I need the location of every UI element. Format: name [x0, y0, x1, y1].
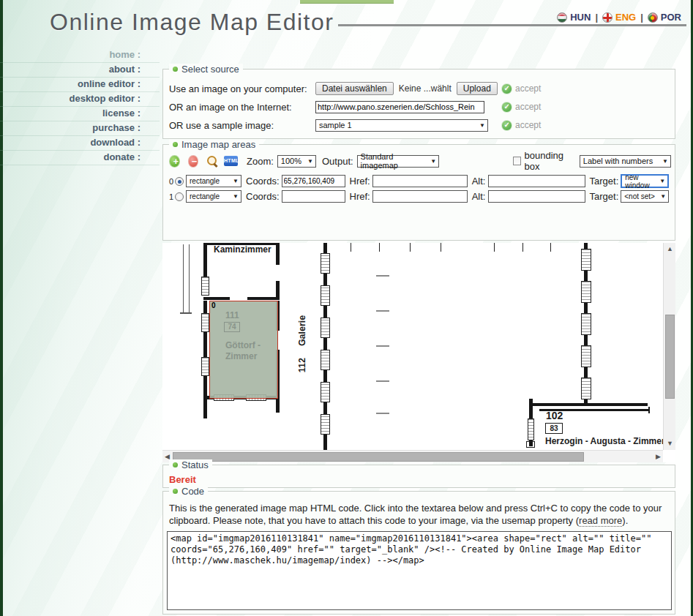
wall-segment — [247, 297, 280, 300]
href-label: Href: — [350, 191, 370, 202]
shape-select[interactable]: rectangle ▼ — [186, 190, 241, 203]
scroll-up-arrow[interactable]: ▲ — [664, 243, 676, 255]
lang-hun[interactable]: HUN — [557, 12, 591, 23]
tick-mark — [441, 243, 441, 252]
source-computer-row: Use an image on your computer: Datei aus… — [169, 81, 670, 96]
sidebar-item-online-editor[interactable]: online editor : — [0, 78, 160, 92]
chevron-down-icon: ▼ — [233, 178, 239, 184]
wall-segment — [584, 303, 588, 313]
room-name: Zimmer — [225, 351, 257, 361]
area-row-1: 1 rectangle ▼ Coords: Href: Alt: Target:… — [168, 189, 673, 203]
label-mode-select[interactable]: Label with numbers ▼ — [580, 155, 671, 168]
wall-segment — [276, 281, 280, 297]
upload-button[interactable]: Upload — [457, 82, 498, 95]
alt-input[interactable] — [488, 175, 585, 187]
wall-segment — [323, 306, 327, 318]
area-select-radio[interactable] — [175, 177, 184, 186]
window-segment — [581, 249, 591, 271]
choose-file-button[interactable]: Datei auswählen — [315, 82, 394, 95]
source-internet-row: OR an image on the Internet: accept — [169, 99, 670, 114]
code-description: This is the generated image map HTML cod… — [169, 502, 674, 527]
tick-mark — [351, 243, 351, 252]
sidebar-item-about[interactable]: about : — [0, 63, 160, 78]
accept-computer[interactable]: accept — [501, 83, 541, 94]
floorplan-canvas[interactable]: Kaminzimmer 0 111 74 Göttorf - Zimmer 11… — [162, 243, 663, 450]
zoom-select[interactable]: 100% ▼ — [277, 155, 316, 168]
sidebar-item-download[interactable]: download : — [0, 136, 160, 151]
status-fieldset: Status Bereit — [162, 465, 675, 488]
wall-segment — [531, 403, 648, 406]
target-label: Target: — [590, 191, 619, 202]
wall-segment — [189, 244, 190, 313]
wall-segment — [323, 435, 327, 450]
target-select[interactable]: new window ▼ — [621, 174, 669, 188]
scroll-down-arrow[interactable]: ▼ — [664, 437, 676, 450]
language-switcher: HUN | ENG | POR — [557, 12, 681, 23]
legend-bullet-icon — [173, 67, 178, 72]
tick-mark — [550, 243, 551, 252]
wall-segment — [276, 243, 280, 265]
lang-por[interactable]: POR — [648, 12, 681, 23]
vertical-scrollbar[interactable]: ▲ ▼ — [663, 243, 675, 450]
coords-input[interactable] — [282, 175, 345, 187]
room-code-box: 83 — [545, 423, 563, 434]
href-input[interactable] — [372, 190, 468, 203]
sidebar-item-home[interactable]: home : — [0, 48, 160, 63]
window-segment — [201, 357, 209, 376]
chevron-down-icon: ▼ — [307, 158, 313, 165]
sidebar-nav: home : about : online editor : desktop e… — [0, 48, 160, 165]
wall-segment — [584, 335, 588, 345]
alt-input[interactable] — [488, 190, 585, 203]
coords-label: Coords: — [246, 191, 280, 202]
window-segment — [581, 281, 591, 303]
sidebar-item-license[interactable]: license : — [0, 107, 160, 121]
sidebar-item-purchase[interactable]: purchase : — [0, 121, 160, 136]
code-legend: Code — [169, 486, 208, 497]
coords-input[interactable] — [282, 190, 345, 203]
read-more-link[interactable]: read more — [579, 515, 622, 527]
horizontal-scrollbar[interactable]: ◀ ▶ — [162, 450, 663, 462]
wall-segment — [276, 399, 280, 413]
html-code-icon[interactable]: HTML — [224, 156, 238, 166]
header-divider — [338, 24, 686, 26]
image-preview-panel: Kaminzimmer 0 111 74 Göttorf - Zimmer 11… — [162, 243, 675, 462]
href-input[interactable] — [372, 175, 468, 187]
shape-select[interactable]: rectangle ▼ — [186, 175, 241, 187]
magnifier-icon[interactable] — [206, 155, 217, 167]
lang-eng[interactable]: ENG — [602, 12, 636, 23]
bounding-box-checkbox[interactable] — [513, 157, 520, 165]
vertical-scroll-thumb[interactable] — [665, 315, 675, 399]
wall-segment — [203, 301, 207, 313]
output-select[interactable]: Standard imagemap ▼ — [357, 155, 439, 168]
wall-segment — [203, 399, 207, 418]
remove-area-icon[interactable] — [188, 155, 199, 168]
accept-internet[interactable]: accept — [501, 102, 541, 113]
area-select-radio[interactable] — [175, 192, 184, 201]
accept-sample[interactable]: accept — [501, 120, 541, 131]
generated-code-textarea[interactable]: <map id="imgmap2016110131841" name="imgm… — [167, 531, 672, 610]
tick-mark — [410, 243, 411, 252]
horizontal-scroll-thumb[interactable] — [173, 452, 584, 462]
tick-mark — [494, 243, 495, 252]
window-segment — [321, 414, 330, 435]
hungary-flag-icon — [557, 12, 567, 23]
room-name: Herzogin - Augusta - Zimmer — [545, 436, 663, 446]
target-select[interactable]: <not set> ▼ — [621, 190, 669, 203]
area-index: 0 — [168, 177, 173, 186]
legend-bullet-icon — [173, 489, 178, 494]
sidebar-item-desktop-editor[interactable]: desktop editor : — [0, 92, 160, 107]
window-segment — [321, 253, 330, 274]
window-segment — [201, 277, 209, 296]
heater-mark — [376, 380, 389, 382]
heater-mark — [376, 345, 389, 347]
chevron-down-icon: ▼ — [662, 158, 668, 165]
image-url-input[interactable] — [315, 101, 484, 113]
sidebar-item-donate[interactable]: donate : — [0, 151, 160, 165]
heater-mark — [376, 310, 389, 312]
wall-segment — [323, 370, 327, 382]
lang-separator: | — [640, 12, 643, 23]
chevron-down-icon: ▼ — [233, 193, 239, 200]
sample-select[interactable]: sample 1 ▼ — [315, 119, 488, 132]
internet-label: OR an image on the Internet: — [169, 102, 315, 113]
add-area-icon[interactable] — [169, 155, 180, 168]
